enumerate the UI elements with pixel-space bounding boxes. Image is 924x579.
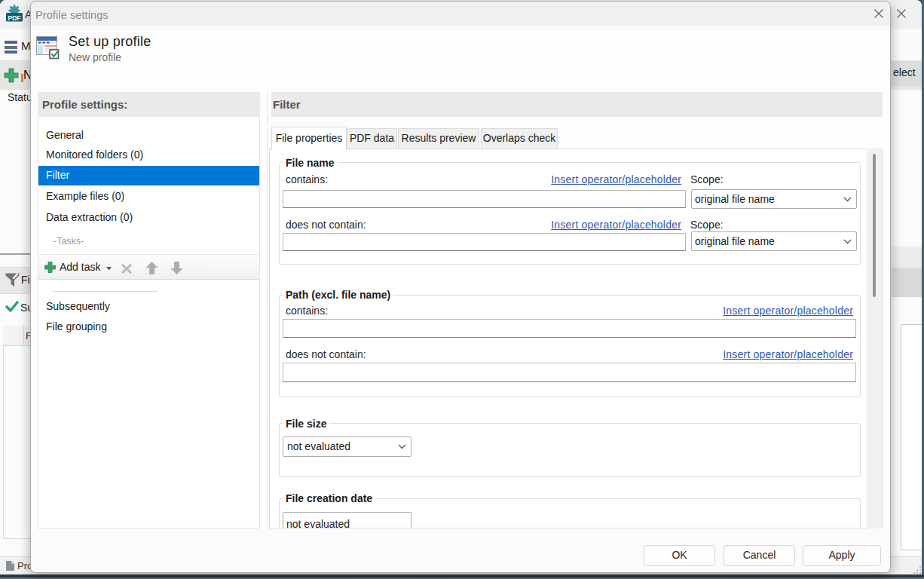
svg-text:PDF: PDF (8, 14, 21, 22)
